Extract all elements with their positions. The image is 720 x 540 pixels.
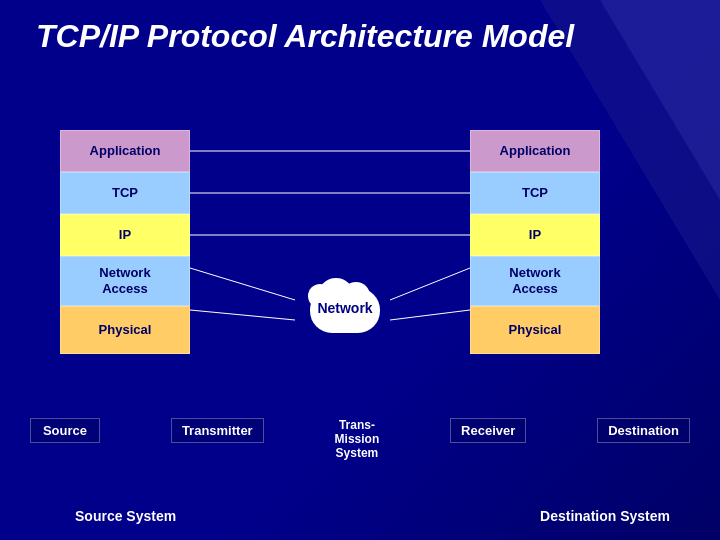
source-system-label: Source System [75, 508, 176, 524]
network-cloud: Network [295, 268, 395, 348]
source-tcp-layer: TCP [60, 172, 190, 214]
dest-tcp-layer: TCP [470, 172, 600, 214]
transmission-bottom-group: Trans-MissionSystem [335, 418, 380, 460]
cloud-shape: Network [300, 278, 390, 338]
destination-system-label: Destination System [540, 508, 670, 524]
dest-physical-layer: Physical [470, 306, 600, 354]
transmitter-label: Transmitter [171, 418, 264, 443]
decorative-triangle2 [600, 0, 720, 200]
destination-stack: Application TCP IP NetworkAccess Physica… [470, 130, 600, 354]
source-network-access-layer: NetworkAccess [60, 256, 190, 306]
receiver-label: Receiver [450, 418, 526, 443]
source-application-layer: Application [60, 130, 190, 172]
destination-label: Destination [597, 418, 690, 443]
transmission-label: Trans-MissionSystem [335, 418, 380, 460]
source-bottom-group: Source [30, 418, 100, 443]
receiver-bottom-group: Receiver [450, 418, 526, 443]
page-title: TCP/IP Protocol Architecture Model [36, 18, 574, 55]
cloud-label: Network [317, 300, 372, 316]
dest-network-access-layer: NetworkAccess [470, 256, 600, 306]
transmitter-bottom-group: Transmitter [171, 418, 264, 443]
dest-application-layer: Application [470, 130, 600, 172]
dest-ip-layer: IP [470, 214, 600, 256]
source-stack: Application TCP IP NetworkAccess Physica… [60, 130, 190, 354]
destination-bottom-group: Destination [597, 418, 690, 443]
source-label: Source [30, 418, 100, 443]
source-ip-layer: IP [60, 214, 190, 256]
source-physical-layer: Physical [60, 306, 190, 354]
